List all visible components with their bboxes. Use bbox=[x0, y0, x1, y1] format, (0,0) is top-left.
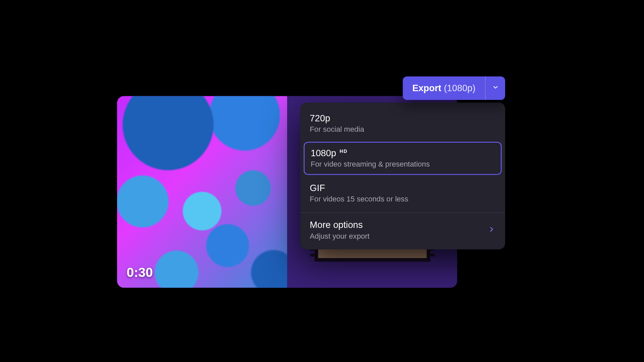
more-options-title: More options bbox=[310, 220, 370, 230]
export-option-subtitle: For video streaming & presentations bbox=[311, 160, 495, 169]
export-option-subtitle: For videos 15 seconds or less bbox=[310, 195, 496, 204]
export-option-subtitle: For social media bbox=[310, 125, 496, 134]
export-button[interactable]: Export (1080p) bbox=[403, 76, 485, 100]
export-button-label: Export bbox=[412, 83, 441, 94]
export-option-gif[interactable]: GIF For videos 15 seconds or less bbox=[300, 177, 505, 210]
export-dropdown-toggle[interactable] bbox=[485, 76, 505, 100]
export-resolution-dropdown: 720p For social media 1080p HD For video… bbox=[300, 103, 505, 249]
more-options-subtitle: Adjust your export bbox=[310, 232, 370, 241]
video-preview-left bbox=[117, 96, 287, 288]
export-button-resolution: (1080p) bbox=[444, 83, 475, 94]
export-option-title: 1080p bbox=[311, 148, 336, 158]
export-option-1080p[interactable]: 1080p HD For video streaming & presentat… bbox=[304, 142, 501, 175]
export-option-title: GIF bbox=[310, 183, 325, 193]
export-split-button: Export (1080p) bbox=[403, 76, 505, 100]
chevron-down-icon bbox=[492, 84, 499, 93]
video-timestamp: 0:30 bbox=[127, 265, 153, 280]
hd-badge: HD bbox=[340, 148, 347, 154]
chevron-right-icon bbox=[488, 226, 495, 235]
export-option-720p[interactable]: 720p For social media bbox=[300, 107, 505, 140]
export-more-options[interactable]: More options Adjust your export bbox=[300, 213, 505, 249]
export-option-title: 720p bbox=[310, 113, 330, 123]
